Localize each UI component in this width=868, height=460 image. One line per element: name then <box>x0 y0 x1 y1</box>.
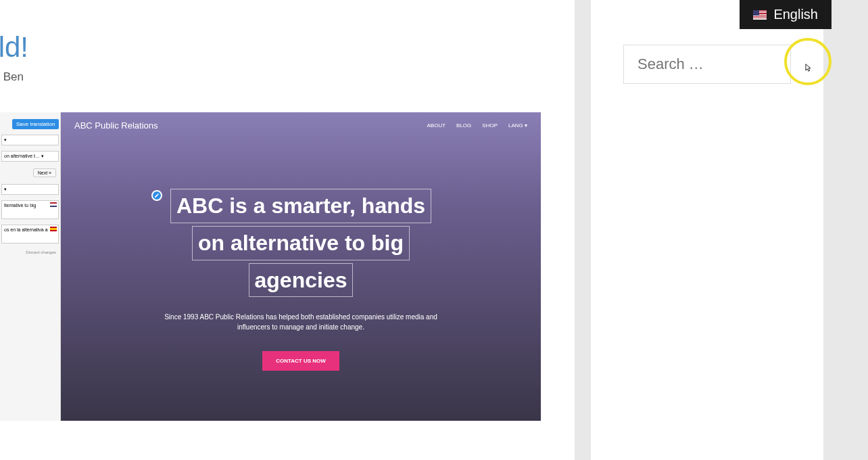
language-switcher[interactable]: English <box>740 0 831 29</box>
translation-target-field[interactable]: os en la alternativa a <box>1 225 59 244</box>
site-preview: ABC Public Relations ABOUT BLOG SHOP LAN… <box>61 112 541 421</box>
hero-subtitle: Since 1993 ABC Public Relations has help… <box>159 312 443 332</box>
post-title[interactable]: world! <box>0 31 575 64</box>
flag-us-icon <box>753 10 767 20</box>
save-translation-button[interactable]: Save translation <box>12 119 59 129</box>
sidebar <box>591 0 823 460</box>
translation-target-text: os en la alternativa a <box>4 227 48 232</box>
nav-blog[interactable]: BLOG <box>456 122 471 129</box>
site-nav: ABOUT BLOG SHOP LANG ▾ <box>427 122 528 129</box>
edit-pencil-icon[interactable] <box>151 190 162 201</box>
flag-us-mini-icon <box>50 202 57 207</box>
translation-string-field[interactable]: on alternative t… ▾ <box>1 151 59 162</box>
translation-lang-select[interactable]: ▾ <box>1 184 59 195</box>
nav-lang[interactable]: LANG ▾ <box>508 122 527 129</box>
language-label: English <box>773 7 818 22</box>
site-brand[interactable]: ABC Public Relations <box>74 120 158 131</box>
nav-lang-label: LANG <box>508 122 523 129</box>
hero-section: ABC is a smarter, hands on alternative t… <box>61 139 541 371</box>
featured-image: Save translation ▾ on alternative t… ▾ N… <box>0 112 541 421</box>
site-header: ABC Public Relations ABOUT BLOG SHOP LAN… <box>61 112 541 139</box>
translation-original-field: lternative to big <box>1 200 59 219</box>
hero-line-1[interactable]: ABC is a smarter, hands <box>170 189 431 223</box>
translation-panel: Save translation ▾ on alternative t… ▾ N… <box>0 112 61 421</box>
post-meta: , 2020 by Ben <box>0 70 575 84</box>
post-content-area: world! , 2020 by Ben Save translation ▾ … <box>0 0 575 460</box>
hero-line-2[interactable]: on alternative to big <box>192 226 410 260</box>
flag-es-mini-icon <box>50 227 57 231</box>
contact-us-button[interactable]: CONTACT US NOW <box>262 351 339 371</box>
search-input[interactable] <box>623 45 791 84</box>
translation-original-text: lternative to big <box>4 203 36 208</box>
nav-shop[interactable]: SHOP <box>482 122 498 129</box>
next-button[interactable]: Next » <box>33 168 56 177</box>
translation-source-select[interactable]: ▾ <box>1 135 59 145</box>
nav-about[interactable]: ABOUT <box>427 122 446 129</box>
discard-changes-link[interactable]: Discard changes <box>0 249 60 256</box>
hero-line-3[interactable]: agencies <box>249 263 354 298</box>
translation-field-text: on alternative t… <box>4 154 40 158</box>
